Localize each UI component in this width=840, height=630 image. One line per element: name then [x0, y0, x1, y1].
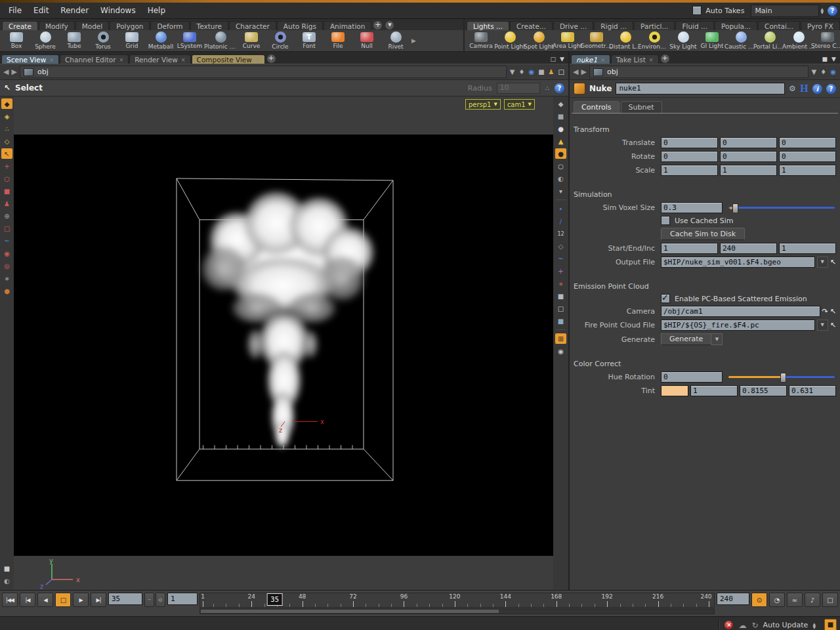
rotate-y-field[interactable]: 0: [720, 151, 777, 162]
uv-overlay-icon[interactable]: ◇: [555, 241, 566, 251]
rotate-z-field[interactable]: 0: [779, 151, 836, 162]
play-button[interactable]: ▶: [73, 593, 89, 607]
profile-curve-icon[interactable]: ~: [555, 253, 566, 264]
shelf-tool-ambient-li[interactable]: Ambient Li...: [784, 32, 813, 50]
shelf-tool-lsystem[interactable]: LSystem: [175, 32, 204, 49]
pane-maximize-icon[interactable]: ■: [822, 56, 828, 62]
path-field[interactable]: obj: [589, 66, 808, 78]
shelf-tool-tube[interactable]: Tube: [60, 32, 89, 49]
shelf-tool-platonic-so[interactable]: Platonic So...: [204, 32, 237, 50]
frame-number-icon[interactable]: 12: [555, 228, 566, 239]
shelf-tab-texture[interactable]: Texture: [190, 21, 228, 30]
radial-menu-icon[interactable]: ◉: [830, 68, 837, 75]
point-markers-icon[interactable]: •: [555, 203, 566, 214]
frame-ruler[interactable]: 12448729612014416819221624035: [200, 593, 715, 608]
shelf-tab-model[interactable]: Model: [75, 21, 110, 30]
take-spinner[interactable]: ▲▼: [820, 7, 824, 14]
auto-update-spinner[interactable]: ▲▼: [812, 622, 816, 629]
scrollbar-handle[interactable]: [201, 610, 499, 613]
shelf-tool-spot-light[interactable]: Spot Light: [524, 32, 553, 50]
shelf-tool-grid[interactable]: Grid: [117, 32, 146, 49]
auto-takes-checkbox[interactable]: [692, 6, 702, 15]
use-cached-sim-checkbox[interactable]: [661, 216, 670, 225]
op-select-icon[interactable]: ↖: [830, 307, 836, 316]
translate-y-field[interactable]: 0: [720, 137, 777, 148]
voxel-size-slider[interactable]: [728, 203, 835, 213]
close-icon[interactable]: ×: [119, 57, 124, 63]
shelf-tab-create[interactable]: Create: [2, 21, 38, 30]
generate-dropdown[interactable]: Generate ▼: [661, 333, 723, 345]
shelf-tool-rivet[interactable]: Rivet: [381, 32, 410, 50]
error-indicator-icon[interactable]: ×: [724, 621, 733, 629]
fire-pc-file-field[interactable]: $HIP/${OS}_fire.$F4.pc: [661, 320, 815, 331]
shelf-tool-sky-light[interactable]: Sky Light: [669, 32, 698, 50]
safe-area-icon[interactable]: +: [555, 266, 566, 276]
handles-tool-icon[interactable]: ⊕: [1, 211, 12, 221]
audio-button[interactable]: ♪: [805, 593, 820, 607]
auto-key-button[interactable]: ⊙: [751, 593, 767, 607]
shelf-tool-null[interactable]: Null: [352, 32, 381, 49]
shelf-tool-sphere[interactable]: Sphere: [31, 32, 60, 50]
shelf-tab-create[interactable]: Create...: [510, 21, 553, 30]
shelf-tool-environme[interactable]: Environme...: [640, 32, 669, 50]
scale-y-field[interactable]: 1: [720, 165, 777, 176]
pane-menu-icon[interactable]: ▼: [831, 56, 836, 62]
point-shade-icon[interactable]: ●: [555, 123, 566, 134]
inc-frame-field[interactable]: 1: [779, 243, 836, 254]
tint-color-swatch[interactable]: [661, 385, 688, 396]
stop-button[interactable]: □: [55, 593, 71, 607]
shelf-tab-popula[interactable]: Popula...: [715, 21, 757, 30]
stowbar-expander-icon[interactable]: ◆: [555, 98, 566, 109]
shelf-menu-button[interactable]: ▼: [385, 21, 394, 30]
shelf-tab-animation[interactable]: Animation: [324, 21, 372, 30]
radial-menu-icon[interactable]: ◉: [528, 68, 535, 75]
shelf-tool-circle[interactable]: Circle: [266, 32, 295, 50]
select-objects-icon[interactable]: ◇: [1, 136, 12, 146]
op-jump-icon[interactable]: ↷: [822, 307, 828, 316]
shelf-tool-file[interactable]: File: [324, 32, 352, 49]
back-arrow-icon[interactable]: ◀: [3, 68, 9, 76]
info-icon[interactable]: i: [812, 84, 822, 94]
close-icon[interactable]: ×: [649, 57, 654, 63]
shelf-tab-rigid[interactable]: Rigid ...: [594, 21, 633, 30]
gear-icon[interactable]: ⚙: [789, 84, 796, 93]
step-back-button[interactable]: |◀: [20, 593, 35, 607]
geometry-info-icon[interactable]: ■: [555, 291, 566, 301]
shelf-tool-torus[interactable]: Torus: [89, 32, 117, 50]
menu-file[interactable]: File: [3, 5, 28, 16]
frame-list-button[interactable]: ··: [144, 593, 154, 607]
nuke-node-icon[interactable]: [574, 83, 585, 94]
snap-magnet-icon[interactable]: ◉: [1, 248, 12, 259]
normals-display-icon[interactable]: ∕: [555, 216, 566, 226]
playbar-scrollbar[interactable]: [200, 608, 715, 614]
end-frame-field[interactable]: 240: [717, 593, 749, 605]
fire-file-dropdown[interactable]: ▼: [817, 320, 828, 331]
network-status-icon[interactable]: ☁: [738, 621, 746, 630]
pose-tool-icon[interactable]: ♟: [1, 198, 12, 209]
menu-windows[interactable]: Windows: [94, 5, 142, 16]
back-arrow-icon[interactable]: ◀: [573, 68, 578, 76]
flipbook-tool-icon[interactable]: ◐: [1, 576, 12, 586]
menu-help[interactable]: Help: [142, 5, 171, 16]
shelf-overflow-icon[interactable]: ▶: [411, 37, 416, 44]
camera-view-icon[interactable]: ■: [555, 111, 566, 121]
pane-menu-icon[interactable]: ▼: [560, 56, 564, 62]
shelf-tool-box[interactable]: Box: [2, 32, 31, 49]
shelf-tool-metaball[interactable]: Metaball: [146, 32, 175, 50]
shelf-tool-curve[interactable]: Curve: [237, 32, 266, 49]
headlight-icon[interactable]: ▲: [555, 136, 566, 146]
goto-start-button[interactable]: |◀◀: [2, 593, 18, 607]
tab-composite-view[interactable]: Composite View×: [192, 54, 265, 64]
shelf-tool-area-light[interactable]: Area Light: [553, 32, 582, 49]
tab-nuke1[interactable]: nuke1×: [571, 54, 610, 64]
viewport-3d-scene[interactable]: x z: [14, 135, 553, 556]
tint-r-field[interactable]: 1: [690, 385, 738, 396]
display-square-icon[interactable]: □: [558, 68, 565, 75]
shelf-tab-character[interactable]: Character: [229, 21, 276, 30]
select-geometry-icon[interactable]: ◈: [1, 111, 12, 121]
shelf-tab-pyro-fx[interactable]: Pyro FX: [801, 21, 840, 30]
path-field[interactable]: obj: [20, 66, 507, 78]
display-options-icon[interactable]: ▾: [555, 186, 566, 196]
cam-view-button[interactable]: cam1▼: [504, 99, 535, 110]
scale-x-field[interactable]: 1: [661, 165, 718, 176]
